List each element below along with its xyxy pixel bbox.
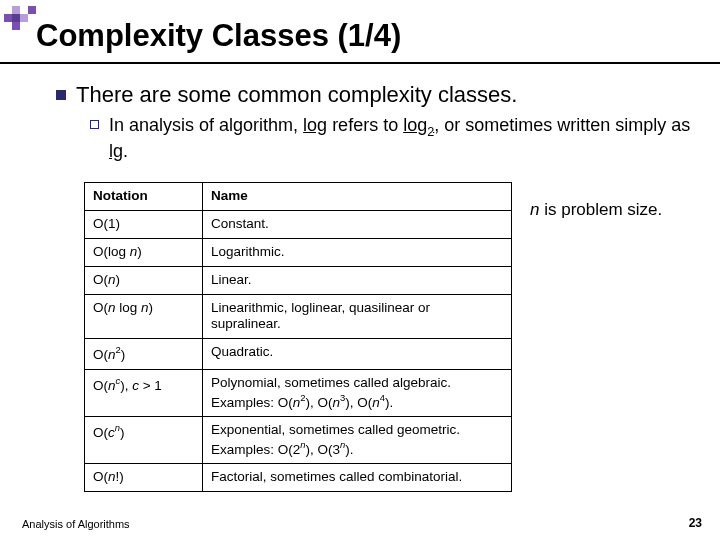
cell-name: Exponential, sometimes called geometric.… <box>203 416 512 463</box>
slide-title: Complexity Classes (1/4) <box>36 18 401 54</box>
cell-name: Factorial, sometimes called combinatoria… <box>203 464 512 492</box>
cell-notation: O(n2) <box>85 339 203 369</box>
table-row: O(1) Constant. <box>85 210 512 238</box>
header-name: Name <box>203 183 512 211</box>
cell-name: Linearithmic, loglinear, quasilinear or … <box>203 294 512 339</box>
title-rule <box>0 62 720 64</box>
square-bullet-icon <box>56 90 66 100</box>
bullet-2-text: In analysis of algorithm, log refers to … <box>109 114 710 163</box>
cell-name: Polynomial, sometimes called algebraic. … <box>203 369 512 416</box>
table-row: O(n log n) Linearithmic, loglinear, quas… <box>85 294 512 339</box>
table-row: O(cn) Exponential, sometimes called geom… <box>85 416 512 463</box>
table-header-row: Notation Name <box>85 183 512 211</box>
cell-notation: O(log n) <box>85 238 203 266</box>
hollow-square-bullet-icon <box>90 120 99 129</box>
cell-notation: O(n log n) <box>85 294 203 339</box>
cell-notation: O(cn) <box>85 416 203 463</box>
cell-notation: O(n) <box>85 266 203 294</box>
table-row: O(nc), c > 1 Polynomial, sometimes calle… <box>85 369 512 416</box>
cell-notation: O(n!) <box>85 464 203 492</box>
footer-left: Analysis of Algorithms <box>22 518 130 530</box>
complexity-table: Notation Name O(1) Constant. O(log n) Lo… <box>84 182 512 492</box>
bullet-level-2: In analysis of algorithm, log refers to … <box>90 114 710 163</box>
table-row: O(n!) Factorial, sometimes called combin… <box>85 464 512 492</box>
table-row: O(n2) Quadratic. <box>85 339 512 369</box>
bullet-level-1: There are some common complexity classes… <box>56 82 710 108</box>
bullet-1-text: There are some common complexity classes… <box>76 82 517 108</box>
cell-notation: O(1) <box>85 210 203 238</box>
header-notation: Notation <box>85 183 203 211</box>
cell-name: Constant. <box>203 210 512 238</box>
cell-notation: O(nc), c > 1 <box>85 369 203 416</box>
table-row: O(log n) Logarithmic. <box>85 238 512 266</box>
slide-number: 23 <box>689 516 702 530</box>
cell-name: Linear. <box>203 266 512 294</box>
side-note: n is problem size. <box>530 200 700 220</box>
cell-name: Quadratic. <box>203 339 512 369</box>
table-row: O(n) Linear. <box>85 266 512 294</box>
cell-name: Logarithmic. <box>203 238 512 266</box>
